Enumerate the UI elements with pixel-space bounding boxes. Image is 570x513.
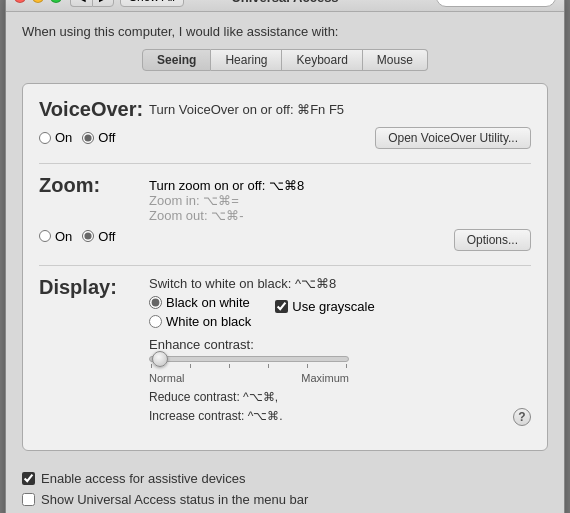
tick-5 (307, 364, 308, 368)
back-button[interactable]: ◀ (70, 0, 92, 7)
tick-6 (346, 364, 347, 368)
voiceover-off-label[interactable]: Off (82, 130, 115, 145)
slider-container: Normal Maximum (149, 356, 349, 384)
voiceover-description: Turn VoiceOver on or off: ⌘Fn F5 (149, 98, 344, 117)
grayscale-label[interactable]: Use grayscale (275, 299, 374, 314)
zoom-controls-row: On Off Options... (39, 229, 531, 251)
zoom-title: Zoom: (39, 174, 149, 197)
zoom-description: Turn zoom on or off: ⌥⌘8 (149, 178, 304, 193)
tab-mouse[interactable]: Mouse (363, 49, 428, 71)
show-status-label[interactable]: Show Universal Access status in the menu… (22, 492, 548, 507)
minimize-button[interactable] (32, 0, 44, 3)
contrast-shortcuts: Reduce contrast: ^⌥⌘, Increase contrast:… (149, 388, 283, 426)
white-on-black-label[interactable]: White on black (149, 314, 251, 329)
zoom-off-radio[interactable] (82, 230, 94, 242)
voiceover-on-label[interactable]: On (39, 130, 72, 145)
zoom-off-text: Off (98, 229, 115, 244)
enable-assistive-label[interactable]: Enable access for assistive devices (22, 471, 548, 486)
display-switch-text: Switch to white on black: ^⌥⌘8 (149, 276, 531, 291)
top-label: When using this computer, I would like a… (22, 24, 548, 39)
enhance-contrast-group: Enhance contrast: (149, 337, 531, 426)
tick-4 (268, 364, 269, 368)
search-box: 🔍 (436, 0, 556, 7)
content-area: When using this computer, I would like a… (6, 12, 564, 513)
display-section: Display: Switch to white on black: ^⌥⌘8 … (39, 276, 531, 426)
white-on-black-radio[interactable] (149, 315, 162, 328)
tick-2 (190, 364, 191, 368)
display-title: Display: (39, 276, 149, 299)
grayscale-text: Use grayscale (292, 299, 374, 314)
black-on-white-label[interactable]: Black on white (149, 295, 251, 310)
zoom-off-label[interactable]: Off (82, 229, 115, 244)
zoom-in-label: Zoom in: ⌥⌘= (149, 193, 304, 208)
voiceover-radio-group: On Off (39, 130, 115, 145)
tick-1 (151, 364, 152, 368)
window-title: Universal Access (231, 0, 338, 5)
display-content: Switch to white on black: ^⌥⌘8 Black on … (149, 276, 531, 426)
show-status-checkbox[interactable] (22, 493, 35, 506)
close-button[interactable] (14, 0, 26, 3)
display-grayscale-group: Use grayscale (275, 295, 374, 329)
voiceover-header: VoiceOver: Turn VoiceOver on or off: ⌘Fn… (39, 98, 531, 121)
enable-assistive-checkbox[interactable] (22, 472, 35, 485)
main-window: ◀ ▶ Show All Universal Access 🔍 When usi… (5, 0, 565, 513)
show-status-text: Show Universal Access status in the menu… (41, 492, 308, 507)
nav-buttons: ◀ ▶ (70, 0, 114, 7)
slider-track (149, 356, 349, 362)
reduce-contrast-label: Reduce contrast: ^⌥⌘, (149, 388, 283, 407)
tab-seeing[interactable]: Seeing (142, 49, 211, 71)
increase-contrast-label: Increase contrast: ^⌥⌘. (149, 407, 283, 426)
zoom-section: Zoom: Turn zoom on or off: ⌥⌘8 Zoom in: … (39, 174, 531, 251)
divider-1 (39, 163, 531, 164)
slider-max-label: Maximum (301, 372, 349, 384)
show-all-button[interactable]: Show All (120, 0, 184, 7)
main-panel: VoiceOver: Turn VoiceOver on or off: ⌘Fn… (22, 83, 548, 451)
voiceover-title: VoiceOver: (39, 98, 149, 121)
tick-3 (229, 364, 230, 368)
help-button[interactable]: ? (513, 408, 531, 426)
voiceover-off-text: Off (98, 130, 115, 145)
search-input[interactable] (436, 0, 556, 7)
zoom-on-radio[interactable] (39, 230, 51, 242)
tab-hearing[interactable]: Hearing (211, 49, 282, 71)
grayscale-checkbox[interactable] (275, 300, 288, 313)
title-bar: ◀ ▶ Show All Universal Access 🔍 (6, 0, 564, 12)
contrast-slider-thumb[interactable] (152, 351, 168, 367)
bottom-section: Enable access for assistive devices Show… (22, 463, 548, 513)
zoom-header: Zoom: Turn zoom on or off: ⌥⌘8 Zoom in: … (39, 174, 531, 223)
enhance-contrast-label: Enhance contrast: (149, 337, 531, 352)
open-voiceover-utility-button[interactable]: Open VoiceOver Utility... (375, 127, 531, 149)
voiceover-section: VoiceOver: Turn VoiceOver on or off: ⌘Fn… (39, 98, 531, 149)
white-on-black-text: White on black (166, 314, 251, 329)
zoom-description-block: Turn zoom on or off: ⌥⌘8 Zoom in: ⌥⌘= Zo… (149, 174, 304, 223)
forward-button[interactable]: ▶ (92, 0, 114, 7)
slider-labels: Normal Maximum (149, 372, 349, 384)
tab-keyboard[interactable]: Keyboard (282, 49, 362, 71)
window-buttons (14, 0, 62, 3)
zoom-on-text: On (55, 229, 72, 244)
voiceover-controls-row: On Off Open VoiceOver Utility... (39, 127, 531, 149)
voiceover-on-radio[interactable] (39, 132, 51, 144)
maximize-button[interactable] (50, 0, 62, 3)
divider-2 (39, 265, 531, 266)
zoom-options-button[interactable]: Options... (454, 229, 531, 251)
black-on-white-text: Black on white (166, 295, 250, 310)
zoom-radio-group: On Off (39, 229, 115, 244)
tabs-bar: Seeing Hearing Keyboard Mouse (22, 49, 548, 71)
voiceover-on-text: On (55, 130, 72, 145)
display-radio-group: Black on white White on black (149, 295, 251, 329)
voiceover-off-radio[interactable] (82, 132, 94, 144)
slider-ticks (149, 364, 349, 368)
slider-min-label: Normal (149, 372, 184, 384)
enable-assistive-text: Enable access for assistive devices (41, 471, 245, 486)
zoom-on-label[interactable]: On (39, 229, 72, 244)
zoom-out-label: Zoom out: ⌥⌘- (149, 208, 304, 223)
black-on-white-radio[interactable] (149, 296, 162, 309)
